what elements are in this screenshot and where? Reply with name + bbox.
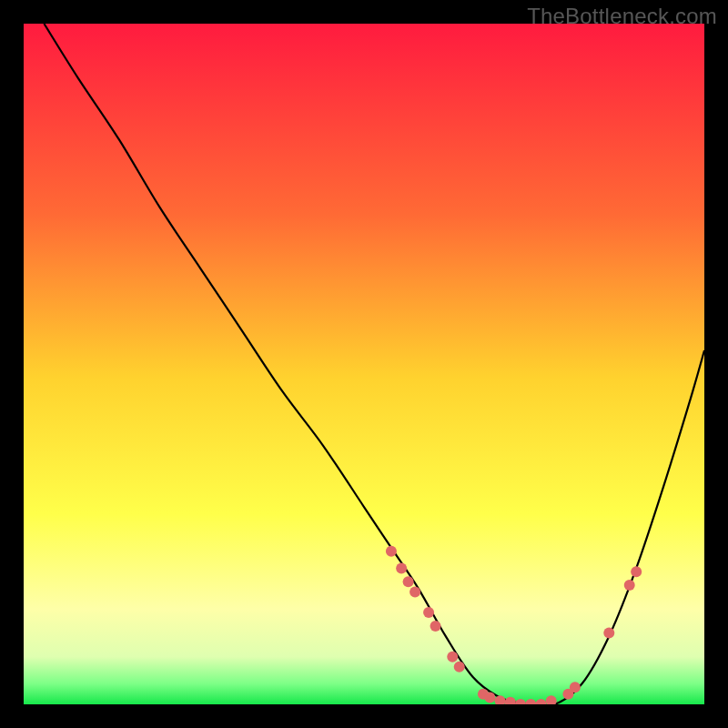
gradient-background (24, 24, 704, 704)
data-marker (624, 580, 635, 591)
data-marker (430, 621, 441, 632)
watermark-text: TheBottleneck.com (527, 4, 717, 29)
data-marker (603, 627, 614, 638)
plot-area (24, 24, 704, 704)
data-marker (423, 607, 434, 618)
data-marker (570, 682, 581, 693)
data-marker (410, 587, 420, 598)
data-marker (631, 566, 642, 577)
data-marker (447, 652, 458, 662)
data-marker (484, 693, 495, 703)
chart-container: TheBottleneck.com (0, 0, 728, 728)
chart-svg (24, 24, 704, 704)
data-marker (386, 546, 397, 557)
data-marker (403, 576, 414, 587)
data-marker (396, 562, 407, 573)
data-marker (454, 662, 465, 672)
